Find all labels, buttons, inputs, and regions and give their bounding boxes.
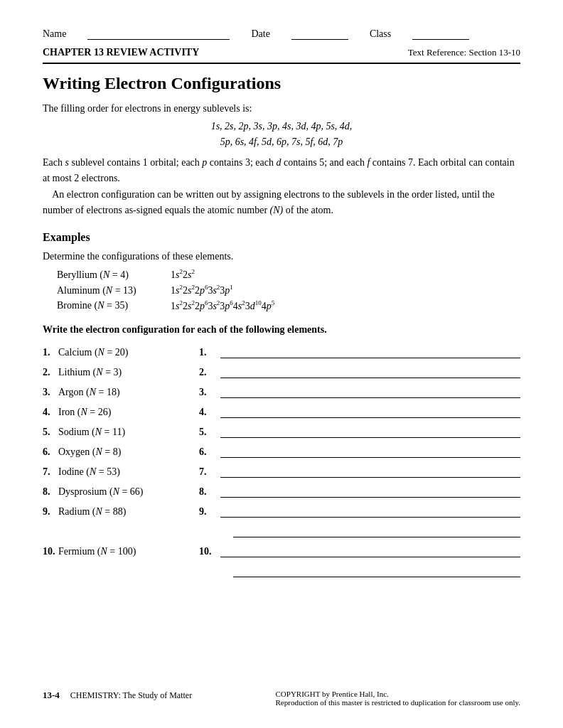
answer-num-4: 4. [199, 407, 215, 418]
date-label: Date [251, 28, 269, 40]
problem-num-6: 6. [43, 446, 55, 458]
problem-label-9: 9. Radium (N = 88) [43, 506, 199, 518]
header-fields: Name Date Class [43, 28, 520, 40]
answer-num-8: 8. [199, 486, 215, 498]
problem-element-3: Argon (N = 18) [58, 387, 120, 398]
problem-element-8: Dysprosium (N = 66) [58, 486, 144, 498]
examples-section-title: Examples [43, 231, 520, 244]
answer-num-5: 5. [199, 427, 215, 438]
problem-row-9: 9. Radium (N = 88) 9. [43, 505, 520, 518]
problem-answer-4: 4. [199, 405, 520, 418]
class-label: Class [370, 28, 391, 40]
problem-element-6: Oxygen (N = 8) [58, 446, 121, 458]
answer-num-9: 9. [199, 506, 215, 518]
answer-line-8 [220, 485, 520, 498]
page-title: Writing Electron Configurations [43, 74, 520, 93]
footer-left: 13-4 CHEMISTRY: The Study of Matter [43, 690, 192, 701]
chapter-title: CHAPTER 13 REVIEW ACTIVITY [43, 47, 199, 58]
problem-label-7: 7. Iodine (N = 53) [43, 466, 199, 478]
divider [43, 63, 520, 64]
problem-num-3: 3. [43, 387, 55, 398]
class-line [412, 28, 469, 40]
problem-row-5: 5. Sodium (N = 11) 5. [43, 425, 520, 438]
examples-intro: Determine the configurations of these el… [43, 251, 520, 262]
text-reference: Text Reference: Section 13-10 [408, 47, 520, 58]
example-element-bromine: Bromine (N = 35) [57, 300, 171, 311]
problem-num-2: 2. [43, 367, 55, 378]
problem-answer-1: 1. [199, 346, 520, 358]
problem-element-4: Iron (N = 26) [58, 407, 111, 418]
description-text: Each s sublevel contains 1 orbital; each… [43, 155, 520, 219]
filling-order-line1: 1s, 2s, 2p, 3s, 3p, 4s, 3d, 4p, 5s, 4d, [211, 121, 353, 132]
example-row-aluminum: Aluminum (N = 13) 1s22s22p63s23p1 [57, 284, 520, 296]
problem-num-5: 5. [43, 427, 55, 438]
problem-num-10: 10. [43, 546, 55, 557]
footer-right: COPYRIGHT by Prentice Hall, Inc. Reprodu… [276, 690, 521, 707]
problem-label-8: 8. Dysprosium (N = 66) [43, 486, 199, 498]
copyright: COPYRIGHT by Prentice Hall, Inc. [276, 690, 389, 698]
answer-line-3 [220, 385, 520, 398]
answer-num-10: 10. [199, 546, 215, 557]
problem-num-9: 9. [43, 506, 55, 518]
example-row-bromine: Bromine (N = 35) 1s22s22p63s23p64s23d104… [57, 299, 520, 312]
problem-answer-3: 3. [199, 385, 520, 398]
problem-answer-8: 8. [199, 485, 520, 498]
example-config-aluminum: 1s22s22p63s23p1 [171, 284, 233, 296]
answer-line-9 [220, 505, 520, 518]
example-config-bromine: 1s22s22p63s23p64s23d104p5 [171, 299, 274, 312]
answer-num-2: 2. [199, 367, 215, 378]
answer-num-7: 7. [199, 466, 215, 478]
name-line [87, 28, 230, 40]
problem-label-3: 3. Argon (N = 18) [43, 387, 199, 398]
filling-order-line2: 5p, 6s, 4f, 5d, 6p, 7s, 5f, 6d, 7p [220, 136, 343, 147]
problem-row-2: 2. Lithium (N = 3) 2. [43, 365, 520, 378]
problem-element-5: Sodium (N = 11) [58, 427, 125, 438]
problem-row-1: 1. Calcium (N = 20) 1. [43, 346, 520, 358]
instructions: Write the electron configuration for eac… [43, 324, 520, 336]
answer-line-5 [220, 425, 520, 438]
problem-row-6: 6. Oxygen (N = 8) 6. [43, 445, 520, 458]
example-element-beryllium: Beryllium (N = 4) [57, 269, 171, 281]
problem-num-1: 1. [43, 347, 55, 358]
answer-line-10 [220, 545, 520, 557]
answer-num-3: 3. [199, 387, 215, 398]
problem-num-4: 4. [43, 407, 55, 418]
problem-element-9: Radium (N = 88) [58, 506, 126, 518]
problem-label-2: 2. Lithium (N = 3) [43, 367, 199, 378]
problem-label-6: 6. Oxygen (N = 8) [43, 446, 199, 458]
problem-answer-6: 6. [199, 445, 520, 458]
examples-table: Beryllium (N = 4) 1s22s2 Aluminum (N = 1… [57, 268, 520, 311]
answer-line-6 [220, 445, 520, 458]
answer-line-4 [220, 405, 520, 418]
problem-row-10: 10. Fermium (N = 100) 10. [43, 545, 520, 557]
problem-label-1: 1. Calcium (N = 20) [43, 347, 199, 358]
problem-answer-9: 9. [199, 505, 520, 518]
answer-line-7 [220, 465, 520, 478]
answer-line-2 [220, 365, 520, 378]
problem-label-5: 5. Sodium (N = 11) [43, 427, 199, 438]
name-label: Name [43, 28, 66, 40]
problem-row-3: 3. Argon (N = 18) 3. [43, 385, 520, 398]
problem-answer-5: 5. [199, 425, 520, 438]
example-config-beryllium: 1s22s2 [171, 268, 195, 281]
problem-element-2: Lithium (N = 3) [58, 367, 122, 378]
problem-element-7: Iodine (N = 53) [58, 466, 120, 478]
problem-label-4: 4. Iron (N = 26) [43, 407, 199, 418]
problem-answer-10: 10. [199, 545, 520, 557]
problem-element-10: Fermium (N = 100) [58, 546, 136, 557]
page-number: 13-4 [43, 690, 60, 700]
filling-order: 1s, 2s, 2p, 3s, 3p, 4s, 3d, 4p, 5s, 4d, … [43, 119, 520, 151]
problem-answer-7: 7. [199, 465, 520, 478]
problem-row-7: 7. Iodine (N = 53) 7. [43, 465, 520, 478]
example-element-aluminum: Aluminum (N = 13) [57, 285, 171, 296]
book-title: CHEMISTRY: The Study of Matter [70, 690, 192, 700]
answer-num-6: 6. [199, 446, 215, 458]
footer: 13-4 CHEMISTRY: The Study of Matter COPY… [43, 690, 520, 707]
chapter-header: CHAPTER 13 REVIEW ACTIVITY Text Referenc… [43, 47, 520, 58]
answer-num-1: 1. [199, 347, 215, 358]
problem-answer-2: 2. [199, 365, 520, 378]
intro-line1: The filling order for electrons in energ… [43, 103, 520, 114]
problem-element-1: Calcium (N = 20) [58, 347, 129, 358]
problem-label-10: 10. Fermium (N = 100) [43, 546, 199, 557]
reproduction: Reproduction of this master is restricte… [276, 698, 521, 707]
